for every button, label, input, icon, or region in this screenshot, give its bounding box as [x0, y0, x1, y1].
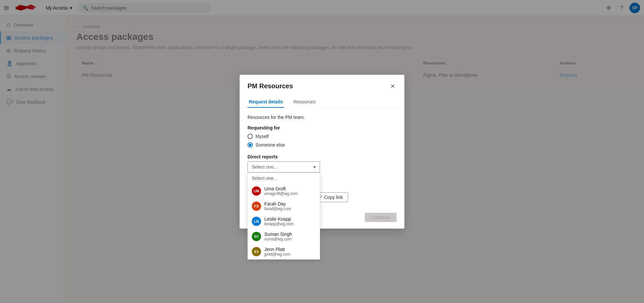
user-info-farah: Farah Day farad@wg.com — [264, 201, 291, 211]
user-name-farah: Farah Day — [264, 201, 291, 207]
user-name-uma: Uma Groft — [264, 186, 298, 191]
radio-someone-else[interactable]: Someone else — [248, 142, 396, 148]
dropdown-option-leslie-knapp[interactable]: LN Leslie Knapp lknapp@wg.com — [248, 214, 320, 229]
dropdown-list: Select one... UM Uma Groft umagroft@wg.c… — [248, 173, 320, 260]
user-email-leslie: lknapp@wg.com — [264, 222, 294, 226]
user-avatar-farah: FS — [252, 202, 261, 211]
radio-myself[interactable]: Myself — [248, 134, 396, 139]
radio-group: Myself Someone else — [248, 134, 396, 148]
dropdown-option-suman-singh[interactable]: SC Suman Singh sums@wg.com — [248, 229, 320, 244]
radio-myself-label: Myself — [255, 134, 269, 139]
dropdown-placeholder-text: Select one... — [252, 164, 278, 170]
requesting-for-label: Requesting for — [248, 125, 396, 130]
modal-tabs: Request details Resources — [240, 96, 404, 108]
user-email-uma: umagroft@wg.com — [264, 191, 298, 196]
tab-resources[interactable]: Resources — [292, 96, 317, 108]
tab-request-details[interactable]: Request details — [248, 96, 284, 108]
radio-dot — [249, 144, 251, 146]
user-name-jenn: Jenn Platt — [264, 247, 290, 252]
user-avatar-jenn: E3 — [252, 247, 261, 256]
user-email-jenn: jplatt@wg.com — [264, 252, 290, 257]
direct-reports-label: Direct reports — [248, 154, 396, 159]
user-email-farah: farad@wg.com — [264, 207, 291, 211]
chevron-down-icon: ▾ — [313, 164, 316, 170]
modal: PM Resources ✕ Request details Resources… — [240, 75, 404, 229]
user-info-suman: Suman Singh sums@wg.com — [264, 232, 292, 241]
user-avatar-uma: UM — [252, 186, 261, 196]
radio-myself-circle — [248, 134, 253, 139]
modal-header: PM Resources ✕ — [240, 75, 404, 91]
user-info-jenn: Jenn Platt jplatt@wg.com — [264, 247, 290, 257]
dropdown-option-jenn-platt[interactable]: E3 Jenn Platt jplatt@wg.com — [248, 244, 320, 259]
continue-button[interactable]: Continue — [365, 213, 396, 222]
dropdown-select-one[interactable]: Select one... — [248, 173, 320, 183]
user-name-leslie: Leslie Knapp — [264, 216, 294, 222]
modal-close-button[interactable]: ✕ — [389, 81, 396, 91]
modal-title: PM Resources — [248, 82, 293, 90]
user-info-uma: Uma Groft umagroft@wg.com — [264, 186, 298, 196]
radio-someone-else-label: Someone else — [255, 142, 285, 148]
radio-someone-else-circle — [248, 142, 253, 148]
modal-description: Resources for the PM team. — [248, 115, 396, 120]
dropdown-option-uma-groft[interactable]: UM Uma Groft umagroft@wg.com — [248, 183, 320, 199]
modal-body: Resources for the PM team. Requesting fo… — [240, 108, 404, 209]
user-name-suman: Suman Singh — [264, 232, 292, 237]
user-avatar-leslie: LN — [252, 217, 261, 226]
user-avatar-suman: SC — [252, 232, 261, 241]
direct-reports-dropdown[interactable]: Select one... ▾ — [248, 161, 320, 173]
copy-link-label: Copy link — [324, 195, 343, 200]
dropdown-wrapper: Select one... ▾ Select one... UM Uma Gro… — [248, 161, 396, 173]
user-email-suman: sums@wg.com — [264, 237, 292, 241]
user-info-leslie: Leslie Knapp lknapp@wg.com — [264, 216, 294, 226]
modal-overlay: PM Resources ✕ Request details Resources… — [0, 0, 644, 303]
dropdown-option-farah-day[interactable]: FS Farah Day farad@wg.com — [248, 199, 320, 214]
